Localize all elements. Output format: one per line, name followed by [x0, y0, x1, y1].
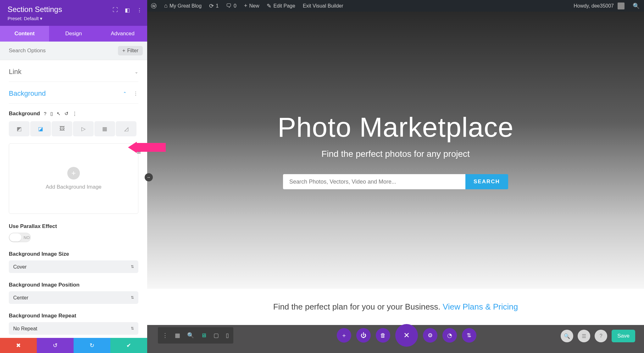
options-search-row: +Filter — [0, 42, 147, 60]
paint-icon: ◩ — [17, 126, 22, 132]
options-more-icon[interactable]: ⋮ — [72, 111, 77, 117]
comments[interactable]: 🗨0 — [222, 0, 240, 12]
undo-icon: ↺ — [53, 342, 58, 349]
hero-search-button[interactable]: SEARCH — [465, 174, 508, 189]
tablet-icon[interactable]: ▢ — [214, 332, 219, 339]
plan-bar-text: Find the perfect plan for you or your Bu… — [273, 302, 443, 311]
filter-button[interactable]: +Filter — [118, 46, 143, 55]
phone-preview-icon[interactable]: ▯ — [226, 332, 229, 339]
wp-logo[interactable]: ⓦ — [147, 0, 160, 12]
background-option-label: Background ? ▯ ↖ ↺ ⋮ — [9, 111, 138, 117]
options-search-input[interactable] — [9, 48, 118, 54]
wireframe-icon[interactable]: ▦ — [175, 332, 180, 339]
builder-bottom-bar: ⋮ ▦ 🔍 🖥 ▢ ▯ ＋ ⏻ 🗑 ✕ ⚙ ◔ ⇅ — [158, 327, 580, 344]
comments-count: 0 — [234, 3, 236, 9]
find-replace-button[interactable]: 🔍 — [561, 330, 573, 342]
revisions[interactable]: ⟳1 — [205, 0, 222, 12]
bg-image-repeat-option: Background Image Repeat No Repeat — [9, 313, 138, 335]
page-preview: Photo Marketplace Find the perfect photo… — [147, 12, 644, 353]
panel-header: Section Settings Preset: Default ▾ ⛶ ◧ ⋮ — [0, 0, 147, 26]
tab-design[interactable]: Design — [49, 26, 98, 42]
hero-subtitle: Find the perfect photos for any project — [321, 149, 470, 159]
bg-tab-video[interactable]: ▷ — [73, 121, 94, 136]
history-button[interactable]: ◔ — [442, 328, 457, 343]
exit-visual-builder[interactable]: Exit Visual Builder — [299, 0, 347, 12]
redo-button[interactable]: ↻ — [74, 338, 110, 353]
snap-icon[interactable]: ◧ — [125, 7, 130, 14]
dashboard-icon: ⌂ — [164, 3, 168, 9]
bg-image-size-option: Background Image Size Cover — [9, 251, 138, 273]
panel-footer: ✖ ↺ ↻ ✔ — [0, 338, 147, 353]
bg-image-position-option: Background Image Position Center — [9, 282, 138, 304]
right-controls: 🔍 ☰ ? Save — [561, 330, 635, 342]
bg-tab-gradient[interactable]: ◪ — [30, 121, 51, 136]
view-plans-link[interactable]: View Plans & Pricing — [443, 302, 518, 311]
save-page-button[interactable]: Save — [612, 330, 635, 342]
save-draft-button[interactable]: ⏻ — [356, 328, 371, 343]
tab-content[interactable]: Content — [0, 26, 49, 42]
plus-icon: ＋ — [341, 332, 347, 339]
site-name[interactable]: ⌂My Great Blog — [160, 0, 205, 12]
section-more-icon[interactable]: ⋮ — [133, 90, 138, 97]
admin-search[interactable]: 🔍 — [628, 0, 644, 12]
tab-advanced[interactable]: Advanced — [98, 26, 147, 42]
power-icon: ⏻ — [361, 332, 366, 339]
new-content[interactable]: +New — [240, 0, 263, 12]
section-background[interactable]: Background ⌃ ⋮ — [9, 82, 138, 104]
phone-icon[interactable]: ▯ — [50, 111, 53, 117]
bg-image-size-select[interactable]: Cover — [9, 260, 138, 273]
avatar-icon — [618, 3, 625, 9]
expand-icon[interactable]: ⛶ — [113, 7, 118, 14]
add-background-image-area[interactable]: ≣ + Add Background Image — [9, 143, 138, 214]
bg-tab-mask[interactable]: ◿ — [116, 121, 136, 136]
parallax-toggle[interactable]: NO — [9, 233, 31, 242]
chevron-down-icon: ⌄ — [135, 69, 138, 74]
my-account[interactable]: Howdy, dee35007 — [570, 0, 628, 12]
hero-section: Photo Marketplace Find the perfect photo… — [147, 12, 644, 289]
panel-body: Link ⌄ Background ⌃ ⋮ Background ? ▯ ↖ ↺… — [0, 60, 147, 340]
hero-title: Photo Marketplace — [278, 111, 514, 143]
help-button[interactable]: ? — [595, 330, 607, 342]
bg-image-repeat-select[interactable]: No Repeat — [9, 322, 138, 335]
panel-resize-handle[interactable]: ↔ — [145, 173, 153, 181]
desktop-icon[interactable]: 🖥 — [201, 332, 207, 339]
hero-search: SEARCH — [283, 174, 508, 189]
check-icon: ✔ — [126, 342, 131, 349]
help-icon[interactable]: ? — [44, 111, 46, 117]
bg-tab-image[interactable]: 🖼 — [52, 121, 72, 136]
trash-icon: 🗑 — [380, 332, 386, 339]
zoom-icon[interactable]: 🔍 — [187, 332, 194, 339]
builder-more-icon[interactable]: ⋮ — [162, 332, 168, 339]
portability-button[interactable]: ⇅ — [462, 328, 476, 343]
plus-icon: + — [122, 48, 125, 54]
preset-selector[interactable]: Preset: Default ▾ — [8, 16, 140, 21]
image-icon: 🖼 — [59, 126, 65, 132]
bg-image-position-select[interactable]: Center — [9, 291, 138, 304]
hover-icon[interactable]: ↖ — [57, 111, 61, 117]
bg-tab-color[interactable]: ◩ — [9, 121, 30, 136]
add-image-plus-icon[interactable]: + — [67, 167, 80, 179]
section-link[interactable]: Link ⌄ — [9, 60, 138, 82]
wp-admin-bar: ⓦ ⌂My Great Blog ⟳1 🗨0 +New ✎Edit Page E… — [147, 0, 644, 12]
chevron-up-icon: ⌃ — [123, 91, 127, 96]
save-button[interactable]: ✔ — [110, 338, 147, 353]
close-icon: ✖ — [16, 342, 21, 349]
pattern-icon: ▦ — [102, 126, 107, 132]
page-settings-button[interactable]: ⚙ — [423, 328, 437, 343]
blog-name: My Great Blog — [169, 3, 202, 9]
edit-label: Edit Page — [273, 3, 295, 9]
close-builder-button[interactable]: ✕ — [395, 324, 418, 347]
exit-label: Exit Visual Builder — [303, 3, 343, 9]
add-section-button[interactable]: ＋ — [337, 328, 351, 343]
more-icon[interactable]: ⋮ — [137, 7, 142, 14]
cancel-button[interactable]: ✖ — [0, 338, 37, 353]
clear-layout-button[interactable]: 🗑 — [376, 328, 390, 343]
undo-button[interactable]: ↺ — [37, 338, 74, 353]
edit-page[interactable]: ✎Edit Page — [263, 0, 299, 12]
bg-tab-pattern[interactable]: ▦ — [94, 121, 115, 136]
plan-bar: Find the perfect plan for you or your Bu… — [147, 289, 644, 325]
search-icon: 🔍 — [564, 333, 570, 339]
layers-button[interactable]: ☰ — [578, 330, 590, 342]
reset-icon[interactable]: ↺ — [64, 111, 69, 117]
hero-search-input[interactable] — [283, 174, 465, 189]
